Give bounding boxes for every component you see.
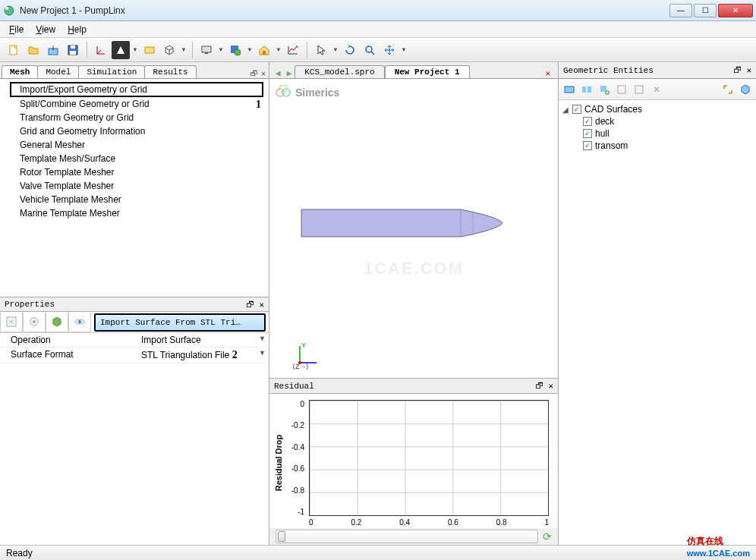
tab-model[interactable]: Model: [37, 65, 79, 78]
mesh-item-split-combine[interactable]: Split/Combine Geometry or Grid1: [0, 97, 269, 111]
import-icon[interactable]: [44, 41, 62, 59]
open-file-icon[interactable]: [24, 41, 43, 59]
viewport-3d[interactable]: Simerics 1CAE.COM Y ⟨Z→⟩: [269, 79, 558, 378]
props-tab-3-icon[interactable]: [46, 313, 68, 332]
cube-dropdown[interactable]: ▼: [180, 41, 187, 59]
mesh-item-marine[interactable]: Marine Template Mesher: [0, 206, 269, 220]
tree-node-cad-surfaces[interactable]: ◢ ✓ CAD Surfaces: [562, 103, 753, 115]
tab-results[interactable]: Results: [144, 65, 196, 78]
close-tab-icon[interactable]: ✕: [540, 68, 555, 78]
pan-icon[interactable]: [380, 41, 398, 59]
axes-icon[interactable]: [92, 41, 110, 59]
chart-icon[interactable]: [284, 41, 302, 59]
tree-node-deck[interactable]: ✓ deck: [562, 115, 753, 127]
pin-icon[interactable]: 🗗: [535, 381, 543, 391]
display-icon[interactable]: [197, 41, 216, 59]
zoom-icon[interactable]: [361, 41, 379, 59]
minimize-button[interactable]: —: [669, 4, 692, 17]
mesh-item-import-export[interactable]: Import/Export Geometry or Grid: [11, 83, 263, 96]
geo-tb-4-icon[interactable]: [614, 82, 629, 97]
menu-file[interactable]: File: [3, 23, 30, 36]
tree-node-transom[interactable]: ✓ transom: [562, 140, 753, 152]
svg-rect-34: [618, 86, 625, 93]
checkbox[interactable]: ✓: [583, 129, 592, 138]
checkbox[interactable]: ✓: [583, 117, 592, 126]
close-panel-icon[interactable]: ✕: [261, 69, 266, 78]
svg-rect-2: [10, 46, 17, 55]
geo-tb-5-icon[interactable]: [632, 82, 647, 97]
props-tab-1-icon[interactable]: [0, 313, 23, 332]
pin-icon[interactable]: 🗗: [733, 65, 742, 75]
title-bar: New Project 1 - PumpLinx — ☐ ✕: [0, 0, 756, 21]
axis-triad: Y ⟨Z→⟩: [292, 340, 323, 372]
refresh-icon[interactable]: ⟳: [543, 530, 552, 543]
status-bar: Ready: [0, 545, 756, 560]
svg-point-18: [78, 320, 81, 323]
doc-tab-new-project[interactable]: New Project 1: [385, 65, 470, 78]
props-tab-2-icon[interactable]: [23, 313, 46, 332]
shade-icon[interactable]: [140, 41, 159, 59]
new-file-icon[interactable]: [5, 41, 23, 59]
property-value[interactable]: Import Surface▼: [137, 333, 269, 347]
mesh-item-transform[interactable]: Transform Geometry or Grid: [0, 111, 269, 124]
svg-rect-35: [635, 86, 643, 93]
window-title: New Project 1 - PumpLinx: [20, 5, 668, 16]
geo-tb-2-icon[interactable]: [579, 82, 594, 97]
tree-collapse-icon[interactable]: ◢: [562, 105, 569, 114]
view-mode-icon[interactable]: [112, 41, 130, 59]
display-dropdown[interactable]: ▼: [217, 41, 225, 59]
close-panel-icon[interactable]: ✕: [259, 300, 264, 310]
mesh-item-valve[interactable]: Valve Template Mesher: [0, 179, 269, 193]
menu-help[interactable]: Help: [61, 23, 93, 36]
menu-view[interactable]: View: [30, 23, 61, 36]
home-dropdown[interactable]: ▼: [275, 41, 282, 59]
mesh-item-template-mesh[interactable]: Template Mesh/Surface: [0, 152, 269, 165]
rotate-icon[interactable]: [341, 41, 359, 59]
cube-icon[interactable]: [160, 41, 178, 59]
geo-tb-cube-icon[interactable]: [738, 82, 753, 97]
cursor-dropdown[interactable]: ▼: [332, 41, 339, 59]
mesh-item-vehicle[interactable]: Vehicle Template Mesher: [0, 193, 269, 206]
home-icon[interactable]: [255, 41, 273, 59]
pin-icon[interactable]: 🗗: [250, 69, 258, 78]
save-icon[interactable]: [64, 41, 82, 59]
close-button[interactable]: ✕: [718, 4, 753, 17]
geometric-entities-header: Geometric Entities 🗗 ✕: [559, 62, 756, 79]
tab-mesh[interactable]: Mesh: [2, 65, 38, 78]
hull-model: [300, 208, 505, 238]
property-value[interactable]: STL Triangulation File 2▼: [137, 348, 269, 363]
import-surface-button[interactable]: Import Surface From STL Tri…: [94, 313, 266, 332]
mesh-item-info[interactable]: Grid and Geometry Information: [0, 124, 269, 138]
tab-nav-right-icon[interactable]: ▶: [284, 68, 295, 78]
geo-tb-delete-icon[interactable]: ✕: [649, 82, 664, 97]
geo-tb-1-icon[interactable]: [562, 82, 577, 97]
tab-nav-left-icon[interactable]: ◀: [272, 68, 284, 78]
pin-icon[interactable]: 🗗: [246, 300, 254, 310]
mesh-item-rotor[interactable]: Rotor Template Mesher: [0, 165, 269, 179]
pan-dropdown[interactable]: ▼: [400, 41, 408, 59]
tab-simulation[interactable]: Simulation: [78, 65, 145, 78]
geo-tree: ◢ ✓ CAD Surfaces ✓ deck ✓ hull ✓ transom: [559, 100, 756, 545]
residual-chart: Residual Drop 0 -0.2 -0.4 -0.6 -0.8 -1 0…: [269, 394, 558, 528]
maximize-button[interactable]: ☐: [694, 4, 717, 17]
status-text: Ready: [6, 548, 33, 558]
doc-tab-kcs-model[interactable]: KCS_model.spro: [295, 65, 384, 78]
tree-node-hull[interactable]: ✓ hull: [562, 127, 753, 140]
save-view-dropdown[interactable]: ▼: [246, 41, 254, 59]
geo-tb-add-icon[interactable]: [597, 82, 612, 97]
close-panel-icon[interactable]: ✕: [548, 381, 553, 391]
property-row[interactable]: Operation Import Surface▼: [0, 333, 269, 348]
checkbox[interactable]: ✓: [583, 141, 592, 150]
property-row[interactable]: Surface Format STL Triangulation File 2▼: [0, 348, 269, 363]
close-panel-icon[interactable]: ✕: [746, 65, 751, 75]
mesh-item-general-mesher[interactable]: General Mesher: [0, 138, 269, 152]
checkbox[interactable]: ✓: [572, 105, 581, 114]
view-mode-dropdown[interactable]: ▼: [131, 41, 139, 59]
geo-tb-expand-icon[interactable]: [720, 82, 736, 97]
residual-slider[interactable]: [276, 530, 538, 543]
save-view-icon[interactable]: [226, 41, 244, 59]
props-tab-4-icon[interactable]: [68, 313, 91, 332]
cursor-icon[interactable]: [312, 41, 330, 59]
property-key: Operation: [0, 333, 137, 347]
properties-toolbar: Import Surface From STL Tri…: [0, 312, 269, 333]
